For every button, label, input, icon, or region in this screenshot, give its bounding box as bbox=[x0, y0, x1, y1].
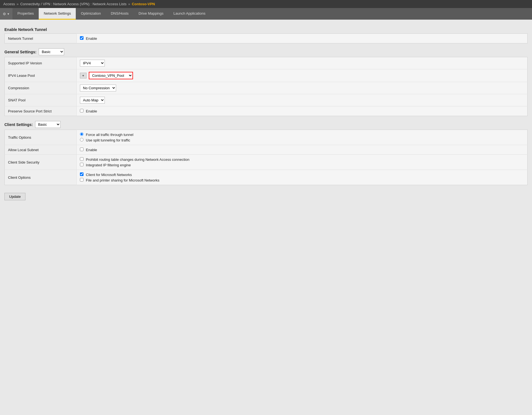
gear-button[interactable]: ⚙ ▼ bbox=[0, 8, 12, 20]
ipv4-lease-pool-label: IPV4 Lease Pool bbox=[5, 69, 77, 82]
table-row: IPV4 Lease Pool + Contoso_VPN_Pool bbox=[5, 69, 528, 82]
client-options-value: Client for Microsoft Networks File and p… bbox=[77, 170, 528, 185]
ipv4-lease-pool-value: + Contoso_VPN_Pool bbox=[77, 69, 528, 82]
breadcrumb-sep-1: » bbox=[17, 2, 19, 6]
tab-launch-applications[interactable]: Launch Applications bbox=[168, 8, 210, 20]
client-side-security-value: Prohibit routing table changes during Ne… bbox=[77, 155, 528, 170]
tab-optimization[interactable]: Optimization bbox=[76, 8, 106, 20]
client-options-label: Client Options bbox=[5, 170, 77, 185]
tab-network-settings[interactable]: Network Settings bbox=[39, 8, 76, 20]
microsoft-networks-label[interactable]: Client for Microsoft Networks bbox=[80, 172, 524, 177]
preserve-source-port-checkbox[interactable] bbox=[80, 109, 84, 112]
prohibit-routing-checkbox[interactable] bbox=[80, 157, 84, 161]
snat-pool-select[interactable]: Auto Map None bbox=[80, 97, 105, 104]
tab-properties[interactable]: Properties bbox=[12, 8, 39, 20]
client-settings-header: Client Settings: Basic Advanced bbox=[4, 121, 528, 128]
breadcrumb-path: Connectivity / VPN : Network Access (VPN… bbox=[20, 2, 126, 6]
traffic-option-force-label[interactable]: Force all traffic through tunnel bbox=[80, 132, 524, 137]
table-row: Compression No Compression LZS DEFLATE bbox=[5, 82, 528, 94]
breadcrumb-sep-2: » bbox=[128, 2, 130, 6]
general-settings-table: Supported IP Version IPV4 IPV6 Both IPV4… bbox=[4, 57, 528, 116]
network-tunnel-checkbox[interactable] bbox=[80, 36, 84, 40]
snat-pool-value: Auto Map None bbox=[77, 94, 528, 106]
table-row: Preserve Source Port Strict Enable bbox=[5, 106, 528, 116]
allow-local-subnet-checkbox[interactable] bbox=[80, 148, 84, 151]
table-row: Client Side Security Prohibit routing ta… bbox=[5, 155, 528, 170]
preserve-source-port-label: Preserve Source Port Strict bbox=[5, 106, 77, 116]
ip-filtering-label[interactable]: Integrated IP filtering engine bbox=[80, 163, 524, 167]
enable-network-tunnel-title: Enable Network Tunnel bbox=[4, 27, 528, 32]
network-tunnel-value: Enable bbox=[77, 34, 528, 43]
enable-network-tunnel-table: Network Tunnel Enable bbox=[4, 33, 528, 43]
traffic-option-split-radio[interactable] bbox=[80, 138, 84, 141]
compression-value: No Compression LZS DEFLATE bbox=[77, 82, 528, 94]
table-row: Allow Local Subnet Enable bbox=[5, 145, 528, 155]
breadcrumb-access: Access bbox=[3, 2, 15, 6]
snat-pool-label: SNAT Pool bbox=[5, 94, 77, 106]
breadcrumb-bar: Access » Connectivity / VPN : Network Ac… bbox=[0, 0, 532, 8]
traffic-option-force-radio[interactable] bbox=[80, 132, 84, 136]
ipv4-lease-pool-add-button[interactable]: + bbox=[80, 73, 87, 78]
tab-dns-hosts[interactable]: DNS/Hosts bbox=[106, 8, 134, 20]
preserve-source-port-checkbox-label[interactable]: Enable bbox=[80, 109, 97, 113]
traffic-options-label: Traffic Options bbox=[5, 130, 77, 145]
supported-ip-version-label: Supported IP Version bbox=[5, 57, 77, 69]
client-settings-mode-select[interactable]: Basic Advanced bbox=[35, 121, 61, 128]
supported-ip-version-value: IPV4 IPV6 Both bbox=[77, 57, 528, 69]
printer-sharing-label[interactable]: File and printer sharing for Microsoft N… bbox=[80, 178, 524, 182]
supported-ip-version-select[interactable]: IPV4 IPV6 Both bbox=[80, 60, 105, 67]
traffic-options-value: Force all traffic through tunnel Use spl… bbox=[77, 130, 528, 145]
preserve-source-port-value: Enable bbox=[77, 106, 528, 116]
client-side-security-checkbox-group: Prohibit routing table changes during Ne… bbox=[80, 157, 524, 167]
tab-drive-mappings[interactable]: Drive Mappings bbox=[134, 8, 168, 20]
ipv4-lease-pool-select[interactable]: Contoso_VPN_Pool bbox=[89, 72, 133, 79]
table-row: Supported IP Version IPV4 IPV6 Both bbox=[5, 57, 528, 69]
client-settings-table: Traffic Options Force all traffic throug… bbox=[4, 130, 528, 185]
ip-filtering-checkbox[interactable] bbox=[80, 163, 84, 166]
table-row: Client Options Client for Microsoft Netw… bbox=[5, 170, 528, 185]
traffic-option-split-label[interactable]: Use split tunneling for traffic bbox=[80, 138, 524, 142]
prohibit-routing-label[interactable]: Prohibit routing table changes during Ne… bbox=[80, 157, 524, 162]
compression-select[interactable]: No Compression LZS DEFLATE bbox=[80, 85, 116, 91]
allow-local-subnet-value: Enable bbox=[77, 145, 528, 155]
network-tunnel-label: Network Tunnel bbox=[5, 34, 77, 43]
update-button[interactable]: Update bbox=[4, 193, 25, 200]
tab-bar: ⚙ ▼ Properties Network Settings Optimiza… bbox=[0, 8, 532, 20]
network-tunnel-checkbox-label[interactable]: Enable bbox=[80, 36, 97, 41]
allow-local-subnet-label: Allow Local Subnet bbox=[5, 145, 77, 155]
traffic-options-radio-group: Force all traffic through tunnel Use spl… bbox=[80, 132, 524, 142]
printer-sharing-checkbox[interactable] bbox=[80, 178, 84, 182]
microsoft-networks-checkbox[interactable] bbox=[80, 172, 84, 176]
allow-local-subnet-checkbox-label[interactable]: Enable bbox=[80, 148, 97, 152]
general-settings-title: General Settings: bbox=[4, 50, 36, 54]
table-row: Network Tunnel Enable bbox=[5, 34, 528, 43]
client-options-checkbox-group: Client for Microsoft Networks File and p… bbox=[80, 172, 524, 182]
table-row: SNAT Pool Auto Map None bbox=[5, 94, 528, 106]
breadcrumb-current: Contoso-VPN bbox=[132, 2, 155, 6]
client-settings-title: Client Settings: bbox=[4, 122, 33, 127]
main-content: Enable Network Tunnel Network Tunnel Ena… bbox=[0, 20, 532, 205]
general-settings-mode-select[interactable]: Basic Advanced bbox=[39, 48, 64, 55]
client-side-security-label: Client Side Security bbox=[5, 155, 77, 170]
table-row: Traffic Options Force all traffic throug… bbox=[5, 130, 528, 145]
general-settings-header: General Settings: Basic Advanced bbox=[4, 48, 528, 55]
compression-label: Compression bbox=[5, 82, 77, 94]
